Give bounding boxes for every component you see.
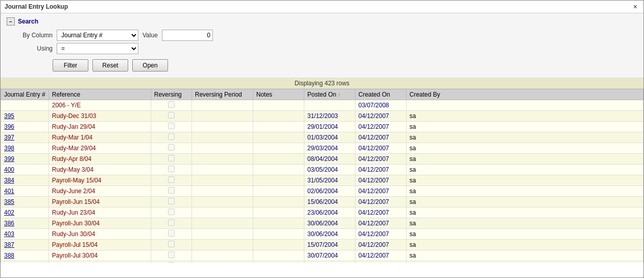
cell-reversing[interactable] [151, 100, 192, 111]
scroll-area[interactable]: Journal Entry # Reference Reversing Reve… [1, 89, 643, 263]
table-info-bar: Displaying 423 rows [1, 78, 643, 89]
cell-reversing[interactable] [151, 240, 192, 250]
entry-num-link[interactable]: 398 [4, 145, 14, 152]
cell-entry-num[interactable]: 403 [1, 229, 49, 240]
entry-num-link[interactable]: 386 [4, 220, 14, 227]
reversing-checkbox[interactable] [168, 208, 175, 215]
col-header-created-on[interactable]: Created On [355, 89, 406, 100]
cell-reversing[interactable] [151, 111, 192, 122]
col-header-entry[interactable]: Journal Entry # [1, 89, 49, 100]
cell-reversing[interactable] [151, 261, 192, 263]
open-button[interactable]: Open [132, 59, 168, 72]
reversing-checkbox[interactable] [168, 262, 175, 263]
cell-reversing[interactable] [151, 143, 192, 154]
cell-reversing[interactable] [151, 154, 192, 165]
entry-num-link[interactable]: 397 [4, 134, 14, 141]
cell-reversing[interactable] [151, 186, 192, 197]
cell-entry-num[interactable]: 395 [1, 111, 49, 122]
reversing-checkbox[interactable] [168, 101, 175, 108]
cell-entry-num[interactable]: 400 [1, 165, 49, 175]
cell-entry-num[interactable] [1, 100, 49, 111]
reversing-checkbox[interactable] [168, 144, 175, 151]
table-row[interactable]: 388Payroll-Jul 30/0430/07/200404/12/2007… [1, 250, 643, 261]
reversing-checkbox[interactable] [168, 133, 175, 140]
reset-button[interactable]: Reset [92, 59, 128, 72]
cell-reversing[interactable] [151, 165, 192, 175]
cell-entry-num[interactable]: 399 [1, 154, 49, 165]
reversing-checkbox[interactable] [168, 241, 175, 247]
filter-button[interactable]: Filter [53, 59, 88, 72]
cell-entry-num[interactable]: 401 [1, 186, 49, 197]
col-header-notes[interactable]: Notes [253, 89, 304, 100]
cell-reversing-period [192, 165, 253, 175]
value-input[interactable] [162, 30, 213, 41]
table-row[interactable]: 389Payroll-Aug 15/0415/08/200404/12/2007… [1, 261, 643, 263]
entry-num-link[interactable]: 403 [4, 230, 14, 238]
cell-reversing[interactable] [151, 250, 192, 261]
table-row[interactable]: 400Rudy-May 3/0403/05/200404/12/2007sa [1, 165, 643, 175]
entry-num-link[interactable]: 400 [4, 166, 14, 173]
table-row[interactable]: 403Rudy-Jun 30/0430/06/200404/12/2007sa [1, 229, 643, 240]
col-header-reference[interactable]: Reference [49, 89, 151, 100]
cell-entry-num[interactable]: 388 [1, 250, 49, 261]
table-row[interactable]: 386Payroll-Jun 30/0430/06/200404/12/2007… [1, 218, 643, 229]
entry-num-link[interactable]: 387 [4, 241, 14, 248]
table-row[interactable]: 2006 - Y/E03/07/2008 [1, 100, 643, 111]
entry-num-link[interactable]: 388 [4, 252, 14, 259]
table-row[interactable]: 402Rudy-Jun 23/0423/06/200404/12/2007sa [1, 207, 643, 218]
cell-reversing[interactable] [151, 175, 192, 186]
table-row[interactable]: 396Rudy-Jan 29/0429/01/200404/12/2007sa [1, 122, 643, 132]
cell-reversing[interactable] [151, 229, 192, 240]
entry-num-link[interactable]: 401 [4, 188, 14, 195]
cell-reversing[interactable] [151, 197, 192, 207]
cell-entry-num[interactable]: 389 [1, 261, 49, 263]
cell-reversing[interactable] [151, 207, 192, 218]
entry-num-link[interactable]: 385 [4, 198, 14, 205]
table-row[interactable]: 397Rudy-Mar 1/0401/03/200404/12/2007sa [1, 132, 643, 143]
entry-num-link[interactable]: 399 [4, 155, 14, 163]
cell-entry-num[interactable]: 387 [1, 240, 49, 250]
reversing-checkbox[interactable] [168, 251, 175, 258]
cell-created-on: 03/07/2008 [355, 100, 406, 111]
cell-entry-num[interactable]: 397 [1, 132, 49, 143]
cell-reversing[interactable] [151, 218, 192, 229]
col-header-posted-on[interactable]: Posted On ↑ [304, 89, 355, 100]
cell-entry-num[interactable]: 384 [1, 175, 49, 186]
reversing-checkbox[interactable] [168, 219, 175, 226]
reversing-checkbox[interactable] [168, 112, 175, 119]
created-on-date: 04/12/2007 [359, 112, 389, 120]
cell-reversing[interactable] [151, 122, 192, 132]
cell-entry-num[interactable]: 386 [1, 218, 49, 229]
column-select[interactable]: Journal Entry # Reference Notes Posted O… [57, 30, 138, 41]
col-header-reversing-period[interactable]: Reversing Period [192, 89, 253, 100]
reversing-checkbox[interactable] [168, 230, 175, 237]
col-header-reversing[interactable]: Reversing [151, 89, 192, 100]
reversing-checkbox[interactable] [168, 187, 175, 194]
entry-num-link[interactable]: 395 [4, 112, 14, 120]
col-header-created-by[interactable]: Created By [406, 89, 643, 100]
entry-num-link[interactable]: 396 [4, 123, 14, 130]
cell-entry-num[interactable]: 398 [1, 143, 49, 154]
table-row[interactable]: 401Rudy-June 2/0402/06/200404/12/2007sa [1, 186, 643, 197]
reversing-checkbox[interactable] [168, 123, 175, 129]
cell-entry-num[interactable]: 402 [1, 207, 49, 218]
cell-entry-num[interactable]: 396 [1, 122, 49, 132]
table-row[interactable]: 385Payroll-Jun 15/0415/06/200404/12/2007… [1, 197, 643, 207]
collapse-button[interactable]: − [7, 17, 15, 26]
close-button[interactable]: × [631, 3, 639, 11]
entry-num-link[interactable]: 384 [4, 177, 14, 184]
table-row[interactable]: 399Rudy-Apr 8/0408/04/200404/12/2007sa [1, 154, 643, 165]
table-row[interactable]: 384Payroll-May 15/0431/05/200404/12/2007… [1, 175, 643, 186]
cell-entry-num[interactable]: 385 [1, 197, 49, 207]
reversing-checkbox[interactable] [168, 176, 175, 183]
using-select[interactable]: = != < > <= >= contains starts with [57, 43, 138, 54]
reversing-checkbox[interactable] [168, 155, 175, 161]
reversing-checkbox[interactable] [168, 166, 175, 172]
reversing-checkbox[interactable] [168, 198, 175, 204]
table-row[interactable]: 398Rudy-Mar 29/0429/03/200404/12/2007sa [1, 143, 643, 154]
table-row[interactable]: 395Rudy-Dec 31/0331/12/200304/12/2007sa [1, 111, 643, 122]
entry-num-link[interactable]: 402 [4, 209, 14, 216]
cell-reversing[interactable] [151, 132, 192, 143]
table-row[interactable]: 387Payroll-Jul 15/0415/07/200404/12/2007… [1, 240, 643, 250]
created-on-date: 04/12/2007 [359, 198, 389, 205]
